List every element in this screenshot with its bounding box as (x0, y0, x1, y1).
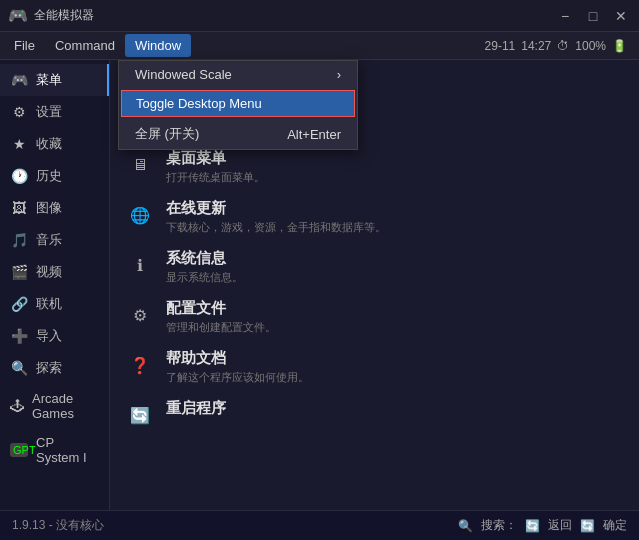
sidebar-icon-arcade: 🕹 (10, 398, 24, 414)
online-update-icon: 🌐 (126, 201, 154, 229)
toggle-desktop-item[interactable]: Toggle Desktop Menu (121, 90, 355, 117)
sidebar-item-network[interactable]: 🔗 联机 (0, 288, 109, 320)
restart-item[interactable]: 🔄 重启程序 (126, 399, 623, 429)
back-label: 返回 (548, 517, 572, 534)
sidebar-label-import: 导入 (36, 327, 62, 345)
fullscreen-shortcut: Alt+Enter (287, 127, 341, 142)
sidebar: 🎮 菜单 ⚙ 设置 ★ 收藏 🕐 历史 🖼 图像 🎵 音乐 🎬 视频 🔗 (0, 60, 110, 510)
system-info-title: 系统信息 (166, 249, 243, 268)
sidebar-icon-music: 🎵 (10, 232, 28, 248)
app-logo: 🎮 (8, 6, 28, 26)
menu-command[interactable]: Command (45, 34, 125, 57)
close-button[interactable]: ✕ (611, 8, 631, 24)
sidebar-icon-history: 🕐 (10, 168, 28, 184)
status-right: 🔍 搜索： 🔄 返回 🔄 确定 (458, 517, 627, 534)
sidebar-icon-video: 🎬 (10, 264, 28, 280)
clock-icon: ⏱ (557, 39, 569, 53)
desktop-menu-icon: 🖥 (126, 151, 154, 179)
help-docs-icon: ❓ (126, 351, 154, 379)
menu-file[interactable]: File (4, 34, 45, 57)
sidebar-item-image[interactable]: 🖼 图像 (0, 192, 109, 224)
sidebar-icon-network: 🔗 (10, 296, 28, 312)
desktop-menu-title: 桌面菜单 (166, 149, 265, 168)
sidebar-icon-menu: 🎮 (10, 72, 28, 88)
app-title: 全能模拟器 (34, 7, 555, 24)
sidebar-label-video: 视频 (36, 263, 62, 281)
fullscreen-item[interactable]: 全屏 (开关) Alt+Enter (119, 119, 357, 149)
nav-icon-3: 🔄 (580, 519, 595, 533)
version-text: 1.9.13 - 没有核心 (12, 517, 104, 534)
config-files-title: 配置文件 (166, 299, 276, 318)
online-update-title: 在线更新 (166, 199, 386, 218)
sidebar-label-arcade: Arcade Games (32, 391, 99, 421)
sidebar-label-image: 图像 (36, 199, 62, 217)
sidebar-item-menu[interactable]: 🎮 菜单 (0, 64, 109, 96)
sidebar-icon-explore: 🔍 (10, 360, 28, 376)
status-bar: 1.9.13 - 没有核心 🔍 搜索： 🔄 返回 🔄 确定 (0, 510, 639, 540)
sidebar-item-arcade[interactable]: 🕹 Arcade Games (0, 384, 109, 428)
sidebar-label-music: 音乐 (36, 231, 62, 249)
system-info-item[interactable]: ℹ 系统信息 显示系统信息。 (126, 249, 623, 285)
online-update-desc: 下载核心，游戏，资源，金手指和数据库等。 (166, 220, 386, 235)
sidebar-item-history[interactable]: 🕐 历史 (0, 160, 109, 192)
maximize-button[interactable]: □ (583, 8, 603, 24)
sidebar-item-music[interactable]: 🎵 音乐 (0, 224, 109, 256)
search-label: 搜索： (481, 517, 517, 534)
restart-title: 重启程序 (166, 399, 226, 418)
system-info-icon: ℹ (126, 251, 154, 279)
battery-display: 100% (575, 39, 606, 53)
sidebar-item-cpsystem[interactable]: GPT CP System I (0, 428, 109, 472)
sidebar-icon-settings: ⚙ (10, 104, 28, 120)
sidebar-icon-image: 🖼 (10, 200, 28, 216)
help-docs-item[interactable]: ❓ 帮助文档 了解这个程序应该如何使用。 (126, 349, 623, 385)
time-display: 14:27 (521, 39, 551, 53)
battery-icon: 🔋 (612, 39, 627, 53)
sidebar-label-favorites: 收藏 (36, 135, 62, 153)
title-bar: 🎮 全能模拟器 − □ ✕ (0, 0, 639, 32)
sidebar-label-settings: 设置 (36, 103, 62, 121)
sidebar-label-network: 联机 (36, 295, 62, 313)
restart-icon: 🔄 (126, 401, 154, 429)
desktop-menu-desc: 打开传统桌面菜单。 (166, 170, 265, 185)
config-files-desc: 管理和创建配置文件。 (166, 320, 276, 335)
window-dropdown: Windowed Scale › Toggle Desktop Menu 全屏 … (118, 60, 358, 150)
windowed-scale-item[interactable]: Windowed Scale › (119, 61, 357, 88)
sidebar-label-cpsystem: CP System I (36, 435, 99, 465)
config-files-icon: ⚙ (126, 301, 154, 329)
sidebar-item-explore[interactable]: 🔍 探索 (0, 352, 109, 384)
nav-icon-2: 🔄 (525, 519, 540, 533)
nav-icon-1: 🔍 (458, 519, 473, 533)
sidebar-item-video[interactable]: 🎬 视频 (0, 256, 109, 288)
help-docs-title: 帮助文档 (166, 349, 309, 368)
sidebar-label-history: 历史 (36, 167, 62, 185)
menu-bar: File Command Window 29-11 14:27 ⏱ 100% 🔋… (0, 32, 639, 60)
online-update-item[interactable]: 🌐 在线更新 下载核心，游戏，资源，金手指和数据库等。 (126, 199, 623, 235)
menu-window[interactable]: Window (125, 34, 191, 57)
help-docs-desc: 了解这个程序应该如何使用。 (166, 370, 309, 385)
window-controls: − □ ✕ (555, 8, 631, 24)
sidebar-icon-favorites: ★ (10, 136, 28, 152)
sidebar-item-favorites[interactable]: ★ 收藏 (0, 128, 109, 160)
minimize-button[interactable]: − (555, 8, 575, 24)
date-display: 29-11 (485, 39, 516, 53)
sidebar-item-import[interactable]: ➕ 导入 (0, 320, 109, 352)
submenu-arrow: › (337, 67, 341, 82)
topbar-info: 29-11 14:27 ⏱ 100% 🔋 (485, 32, 627, 60)
desktop-menu-item[interactable]: 🖥 桌面菜单 打开传统桌面菜单。 (126, 149, 623, 185)
sidebar-item-settings[interactable]: ⚙ 设置 (0, 96, 109, 128)
confirm-label: 确定 (603, 517, 627, 534)
sidebar-icon-import: ➕ (10, 328, 28, 344)
sidebar-icon-cpsystem: GPT (10, 443, 28, 457)
sidebar-label-explore: 探索 (36, 359, 62, 377)
sidebar-label-menu: 菜单 (36, 71, 62, 89)
system-info-desc: 显示系统信息。 (166, 270, 243, 285)
config-files-item[interactable]: ⚙ 配置文件 管理和创建配置文件。 (126, 299, 623, 335)
